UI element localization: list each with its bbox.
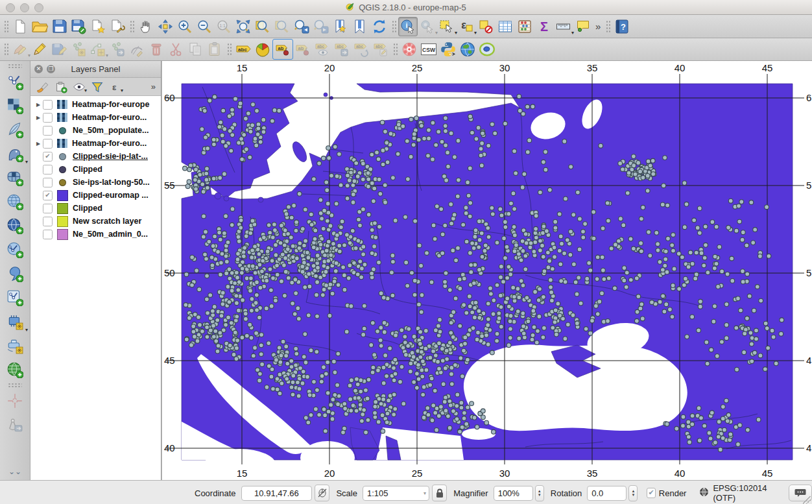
add-gps-layer-button[interactable] xyxy=(3,333,27,357)
move-label-button[interactable]: abc xyxy=(332,40,352,59)
add-spatialite-layer-button[interactable] xyxy=(3,117,27,141)
layer-checkbox[interactable] xyxy=(43,139,53,149)
select-by-expression-button[interactable]: ε▾ xyxy=(457,17,476,36)
layer-row[interactable]: ✔Clipped-euromap ... xyxy=(30,189,161,202)
add-delimited-text-layer-button[interactable] xyxy=(3,285,27,309)
current-edits-button[interactable]: ▾ xyxy=(10,40,30,59)
layer-row[interactable]: Clipped xyxy=(30,163,161,176)
map-tips-button[interactable] xyxy=(573,17,593,36)
crs-status-button[interactable]: EPSG:102014 (OTF) xyxy=(694,482,779,504)
contour-plugin-button[interactable] xyxy=(477,40,497,59)
rotation-input[interactable]: 0.0 xyxy=(587,486,627,501)
zoom-next-button[interactable] xyxy=(311,17,331,36)
node-tool-button[interactable]: ▾ xyxy=(88,40,108,59)
layer-expander-icon[interactable]: ▶ xyxy=(34,115,43,121)
toolbar-overflow-button[interactable]: » xyxy=(593,21,603,32)
offset-point-tool-button[interactable] xyxy=(3,413,27,437)
metasearch-csw-button[interactable]: CSW xyxy=(419,40,438,59)
open-layer-styling-icon[interactable] xyxy=(36,80,50,94)
layer-row[interactable]: ▶Heatmap-for-euro... xyxy=(30,111,161,124)
minimize-window-button[interactable] xyxy=(20,3,29,12)
new-bookmark-button[interactable] xyxy=(331,17,350,36)
show-bookmarks-button[interactable] xyxy=(350,17,370,36)
cut-features-button[interactable] xyxy=(166,40,185,59)
refresh-button[interactable] xyxy=(370,17,389,36)
coordinate-capture-button[interactable] xyxy=(3,389,27,413)
filter-legend-icon[interactable] xyxy=(90,80,104,94)
toolbar-grip[interactable] xyxy=(391,19,396,34)
composer-manager-button[interactable] xyxy=(108,17,127,36)
layer-checkbox[interactable] xyxy=(43,217,53,226)
add-wcs-layer-button[interactable] xyxy=(3,237,27,261)
zoom-window-button[interactable] xyxy=(34,3,43,12)
layer-row[interactable]: ✔Clipped-sie-ip-lat-... xyxy=(30,150,161,163)
layer-checkbox[interactable] xyxy=(43,100,53,110)
toolbar-grip[interactable] xyxy=(8,383,22,387)
layer-row[interactable]: Ne_50m_admin_0... xyxy=(30,228,161,241)
zoom-out-button[interactable] xyxy=(195,17,214,36)
zoom-to-layer-button[interactable] xyxy=(253,17,272,36)
toolbar-grip[interactable] xyxy=(392,42,398,56)
pan-to-selection-button[interactable] xyxy=(156,17,175,36)
layer-checkbox[interactable] xyxy=(43,178,53,187)
zoom-last-button[interactable] xyxy=(292,17,311,36)
layer-row[interactable]: ▶Heatmap-for-euro... xyxy=(30,137,161,150)
save-project-as-button[interactable] xyxy=(69,17,88,36)
select-features-button[interactable]: ▾ xyxy=(437,17,457,36)
deselect-all-button[interactable] xyxy=(476,17,496,36)
magnifier-stepper[interactable]: ▲▼ xyxy=(535,485,544,501)
add-postgis-layer-button[interactable]: ▾ xyxy=(3,141,27,165)
manage-layer-visibility-icon[interactable]: ▾ xyxy=(72,80,86,94)
zoom-full-button[interactable] xyxy=(233,17,253,36)
layer-row[interactable]: New scratch layer xyxy=(30,215,161,228)
filter-by-expression-icon[interactable]: ε▾ xyxy=(108,80,123,94)
layer-row[interactable]: Sie-ips-lat-long-50... xyxy=(30,176,161,189)
layer-expander-icon[interactable]: ▶ xyxy=(34,102,43,108)
move-feature-button[interactable] xyxy=(108,40,127,59)
circular-string-tool-button[interactable] xyxy=(127,40,147,59)
python-console-button[interactable] xyxy=(438,40,458,59)
statistics-button[interactable]: Σ xyxy=(534,17,554,36)
web-plugin-button[interactable] xyxy=(458,40,477,59)
pan-map-button[interactable] xyxy=(136,17,156,36)
pin-labels-button[interactable]: ab xyxy=(272,39,293,60)
zoom-to-selection-button[interactable] xyxy=(272,17,292,36)
coordinate-input[interactable]: 10.91,47.66 xyxy=(241,486,313,501)
add-wms-layer-button[interactable] xyxy=(3,213,27,237)
zoom-in-button[interactable] xyxy=(175,17,195,36)
identify-features-button[interactable]: i xyxy=(398,17,418,36)
layer-checkbox[interactable]: ✔ xyxy=(43,152,53,162)
add-wfs-layer-button[interactable] xyxy=(3,261,27,285)
run-feature-action-button[interactable]: ▾ xyxy=(418,17,437,36)
toolbar-grip[interactable] xyxy=(129,19,134,34)
new-project-button[interactable] xyxy=(10,17,30,36)
layer-expander-icon[interactable]: ▶ xyxy=(34,141,43,147)
copy-features-button[interactable] xyxy=(185,40,205,59)
plugin-red-button[interactable] xyxy=(400,40,419,59)
save-layer-edits-button[interactable] xyxy=(49,40,69,59)
open-attribute-table-button[interactable] xyxy=(496,17,515,36)
render-checkbox[interactable]: ✔ xyxy=(647,488,655,498)
layer-checkbox[interactable] xyxy=(43,126,53,136)
layer-checkbox[interactable] xyxy=(43,113,53,123)
layer-row[interactable]: Ne_50m_populate... xyxy=(30,124,161,137)
save-project-button[interactable] xyxy=(49,17,69,36)
map-canvas[interactable]: 1515202025253030353540404545606555505454… xyxy=(161,61,812,480)
rail-overflow-chevrons[interactable]: ⌄⌄ xyxy=(8,467,21,476)
measure-button[interactable]: ▾ xyxy=(554,17,573,36)
add-mssql-layer-button[interactable] xyxy=(3,165,27,189)
magnifier-input[interactable]: 100% xyxy=(494,486,533,501)
layer-styling-wheel-button[interactable] xyxy=(253,40,272,59)
toggle-extents-mouse-icon[interactable] xyxy=(315,485,329,501)
add-feature-button[interactable] xyxy=(69,40,88,59)
layer-labeling-button[interactable]: abc xyxy=(233,40,253,59)
add-group-icon[interactable] xyxy=(54,80,68,94)
paste-features-button[interactable] xyxy=(205,40,224,59)
delete-selected-button[interactable] xyxy=(147,40,166,59)
field-calculator-button[interactable] xyxy=(515,17,534,36)
show-hide-labels-button[interactable]: abc xyxy=(313,40,332,59)
change-label-button[interactable]: abc xyxy=(371,40,390,59)
rotation-stepper[interactable]: ▲▼ xyxy=(628,485,638,501)
resize-grip[interactable] xyxy=(803,496,811,504)
zoom-native-button[interactable]: 1:1 xyxy=(214,17,233,36)
